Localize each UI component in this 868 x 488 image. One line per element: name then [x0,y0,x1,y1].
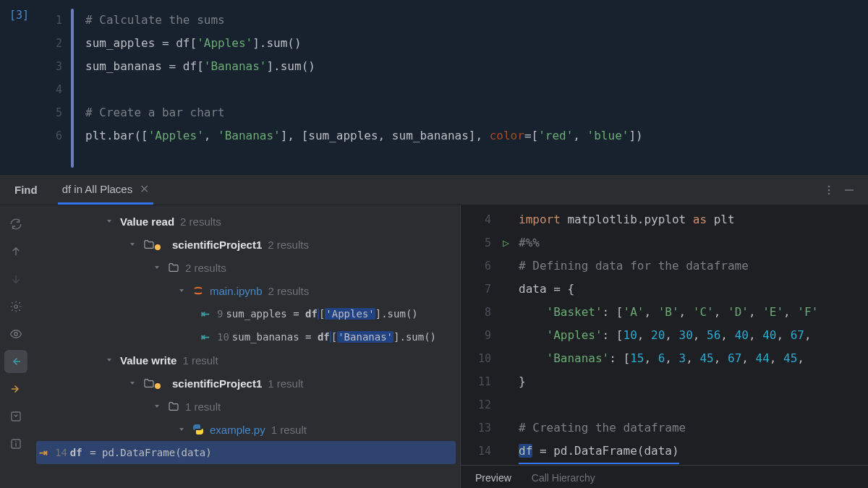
line-gutter: 123456 [38,4,71,175]
tab-preview[interactable]: Preview [474,468,513,488]
svg-point-9 [15,441,17,442]
settings-icon[interactable] [4,295,27,318]
prev-occurrence-icon[interactable] [4,240,27,263]
result-file[interactable]: example.py 1 result [32,418,460,441]
code-cell[interactable]: [3] 123456 # Calculate the sumssum_apple… [0,4,868,175]
tab-call-hierarchy[interactable]: Call Hierarchy [530,468,597,488]
svg-point-4 [14,305,18,309]
result-file[interactable]: main.ipynb 2 results [32,279,460,302]
preview-code[interactable]: import matplotlib.pyplot as plt#%%# Defi… [500,205,868,465]
result-folder[interactable]: 2 results [32,256,460,279]
result-line[interactable]: ⇥14df = pd.DataFrame(data) [36,441,456,464]
result-project[interactable]: scientificProject1 2 results [32,233,460,256]
refresh-icon[interactable] [4,213,27,236]
result-line[interactable]: ⇤9sum_apples = df['Apples'].sum() [32,302,460,325]
preview-gutter: 45▷67891011121314 [461,205,500,465]
more-icon[interactable] [819,180,839,200]
cell-exec-count: [3] [0,4,38,175]
preview-toggle-icon[interactable] [4,322,27,346]
preview-tabs: Preview Call Hierarchy [461,465,868,488]
preview-editor[interactable]: 45▷67891011121314 import matplotlib.pypl… [461,205,868,465]
find-tab[interactable]: df in All Places ✕ [58,175,154,205]
find-title[interactable]: Find [10,176,42,203]
result-group[interactable]: Value read 2 results [32,210,460,233]
find-results-tree[interactable]: Value read 2 resultsscientificProject1 2… [32,205,460,488]
result-line[interactable]: ⇤10sum_bananas = df['Bananas'].sum() [32,325,460,348]
result-folder[interactable]: 1 result [32,395,460,418]
svg-point-0 [828,185,830,187]
code-area[interactable]: # Calculate the sumssum_apples = df['App… [74,4,868,175]
result-group[interactable]: Value write 1 result [32,348,460,372]
svg-point-5 [14,333,18,336]
find-tool-window: Find df in All Places ✕ [0,175,868,488]
write-access-icon[interactable] [4,377,27,401]
svg-point-2 [828,192,830,194]
find-toolbar [0,205,32,488]
info-icon[interactable] [4,432,27,455]
result-project[interactable]: scientificProject1 1 result [32,372,460,395]
find-header: Find df in All Places ✕ [0,175,868,205]
close-icon[interactable]: ✕ [140,182,149,196]
preview-pane: 45▷67891011121314 import matplotlib.pypl… [460,205,868,488]
import-access-icon[interactable] [4,405,27,428]
find-tab-label: df in All Places [62,183,133,195]
svg-point-1 [828,189,830,191]
notebook-editor[interactable]: [3] 123456 # Calculate the sumssum_apple… [0,0,868,175]
read-access-icon[interactable] [4,350,27,373]
next-occurrence-icon[interactable] [4,267,27,291]
minimize-icon[interactable] [839,180,859,200]
